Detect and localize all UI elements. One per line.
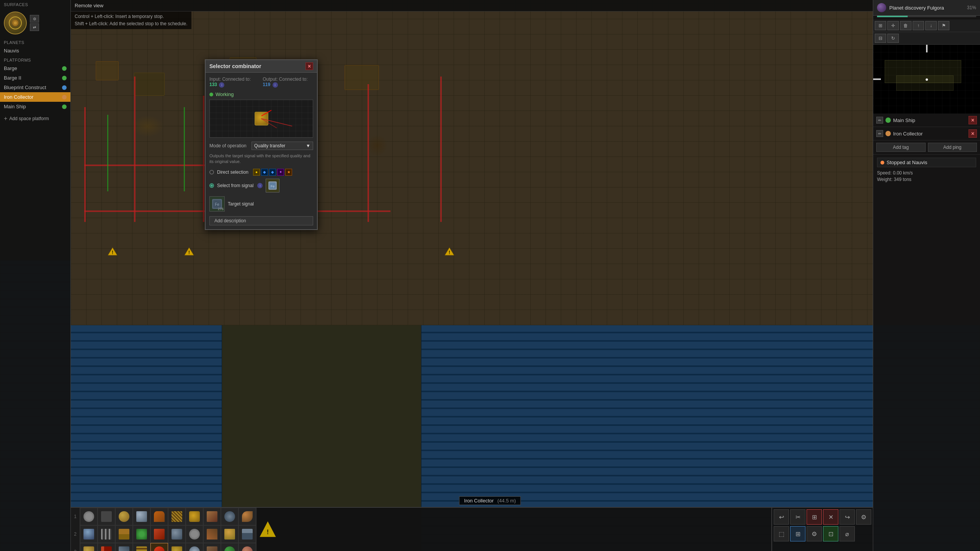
settings-button[interactable]: ⚙: [856, 509, 871, 525]
sidebar-item-blueprint-construct[interactable]: Blueprint Construct: [0, 83, 70, 92]
progress-fill: [877, 16, 908, 17]
slot-1-1[interactable]: [80, 508, 98, 525]
signal-info-icon[interactable]: i: [257, 183, 263, 188]
quality-legendary-icon[interactable]: ★: [285, 169, 292, 176]
gear-icon[interactable]: ⚙: [30, 15, 39, 23]
redo-button[interactable]: ↪: [840, 509, 855, 525]
cut-button[interactable]: ✂: [790, 509, 805, 525]
rotate-button[interactable]: ⚙: [807, 526, 822, 541]
quality-epic-icon[interactable]: ✦: [277, 169, 284, 176]
slot-2-6[interactable]: [168, 525, 186, 543]
slot-3-7[interactable]: [186, 543, 203, 551]
slot-icon: [136, 511, 147, 522]
add-tag-button[interactable]: Add tag: [876, 143, 926, 152]
svg-line-10: [261, 119, 277, 128]
rotate-icon[interactable]: ↻: [887, 34, 899, 43]
area-select-button[interactable]: ⊡: [823, 526, 838, 541]
surfaces-heading: Surfaces: [0, 0, 70, 8]
selector-combinator-dialog[interactable]: Selector combinator × Input: Connected t…: [205, 59, 318, 230]
signal-icon-button[interactable]: Fe: [266, 179, 279, 192]
add-ping-button[interactable]: Add ping: [928, 143, 977, 152]
mode-label: Mode of operation: [209, 143, 252, 148]
edit-ship-button[interactable]: ✏: [876, 130, 883, 137]
grid-copy-button[interactable]: ⊞: [807, 509, 822, 525]
quality-normal-icon[interactable]: ●: [253, 169, 260, 176]
upload-icon[interactable]: ↑: [913, 21, 924, 30]
slot-1-7[interactable]: [186, 508, 203, 525]
platform-name: Barge II: [4, 75, 21, 81]
slot-1-4[interactable]: [133, 508, 150, 525]
space-map-controls: ⚙ ⇄: [30, 15, 39, 31]
slot-3-8[interactable]: [203, 543, 221, 551]
download-icon[interactable]: ↓: [925, 21, 937, 30]
target-icon-box[interactable]: Fe 276: [209, 196, 225, 212]
toolbar-row-3: 3: [71, 543, 256, 551]
slot-2-10[interactable]: [238, 525, 256, 543]
slot-1-8[interactable]: [203, 508, 221, 525]
zoom-button[interactable]: ⌀: [840, 526, 855, 541]
slot-3-6[interactable]: [168, 543, 186, 551]
slot-2-7[interactable]: [186, 525, 203, 543]
slot-3-5[interactable]: [150, 543, 168, 551]
slot-2-2[interactable]: [98, 525, 115, 543]
slot-3-9[interactable]: [221, 543, 238, 551]
sidebar-item-iron-collector[interactable]: Iron Collector: [0, 92, 70, 102]
select-from-signal-radio[interactable]: [209, 183, 214, 188]
dialog-title-bar: Selector combinator ×: [206, 60, 317, 73]
quality-rare-icon[interactable]: ◆: [269, 169, 276, 176]
slot-icon: [207, 529, 217, 540]
sidebar-item-barge[interactable]: Barge: [0, 64, 70, 73]
slot-3-4[interactable]: [133, 543, 150, 551]
sidebar-item-main-ship[interactable]: Main Ship: [0, 102, 70, 111]
slot-1-6[interactable]: [168, 508, 186, 525]
delete-ship-button[interactable]: ×: [969, 116, 977, 124]
crosshair-icon[interactable]: ✛: [887, 21, 899, 30]
slot-icon: [136, 529, 147, 540]
slot-3-2[interactable]: [98, 543, 115, 551]
exchange-icon[interactable]: ⇄: [30, 23, 39, 31]
edit-ship-button[interactable]: ✏: [876, 117, 883, 124]
trash-icon[interactable]: 🗑: [900, 21, 911, 30]
select-button[interactable]: ⬚: [774, 526, 789, 541]
slot-3-3[interactable]: [115, 543, 133, 551]
delete-ship-button[interactable]: ×: [969, 129, 977, 138]
space-map-item[interactable]: ⚙ ⇄: [0, 8, 70, 38]
input-info-icon[interactable]: i: [219, 82, 224, 88]
slot-2-1[interactable]: [80, 525, 98, 543]
slot-2-8[interactable]: [203, 525, 221, 543]
grid-select-button[interactable]: ⊞: [790, 526, 805, 541]
slots-row-1: [80, 508, 256, 525]
right-tools: ↩ ✂ ⊞ ✕ ↪ ⚙ ⬚ ⊞ ⚙ ⊡ ⌀: [771, 508, 873, 551]
output-info-icon[interactable]: i: [273, 82, 278, 88]
warning-triangle: !: [260, 521, 276, 538]
progress-bar: [877, 16, 976, 17]
slot-2-4[interactable]: [133, 525, 150, 543]
slot-2-3[interactable]: [115, 525, 133, 543]
add-description-button[interactable]: Add description: [209, 216, 313, 225]
direct-selection-radio[interactable]: [209, 170, 214, 174]
undo-button[interactable]: ↩: [774, 509, 789, 525]
slot-1-10[interactable]: [238, 508, 256, 525]
slot-icon: [242, 511, 253, 522]
mode-select-dropdown[interactable]: Quality transfer ▼: [252, 142, 313, 150]
slot-3-1[interactable]: [80, 543, 98, 551]
slot-3-10[interactable]: [238, 543, 256, 551]
slot-1-5[interactable]: [150, 508, 168, 525]
add-platform-button[interactable]: Add space platform: [0, 113, 70, 124]
sidebar-item-nauvis[interactable]: Nauvis: [0, 46, 70, 55]
slot-2-5[interactable]: [150, 525, 168, 543]
sidebar-item-barge-ii[interactable]: Barge II: [0, 73, 70, 83]
dialog-close-button[interactable]: ×: [305, 62, 313, 70]
add-platform-label: Add space platform: [9, 116, 49, 121]
map-icon[interactable]: ⊞: [875, 21, 886, 30]
slot-2-9[interactable]: [221, 525, 238, 543]
slot-1-2[interactable]: [98, 508, 115, 525]
flag-icon[interactable]: ⚑: [938, 21, 949, 30]
layers-icon[interactable]: ⊟: [875, 34, 886, 43]
slot-1-9[interactable]: [221, 508, 238, 525]
slot-1-3[interactable]: [115, 508, 133, 525]
delete-button[interactable]: ✕: [823, 509, 838, 525]
quality-uncommon-icon[interactable]: ◆: [261, 169, 268, 176]
ship-entry-main: ✏ Main Ship ×: [873, 114, 980, 127]
status-dot: [880, 161, 884, 165]
